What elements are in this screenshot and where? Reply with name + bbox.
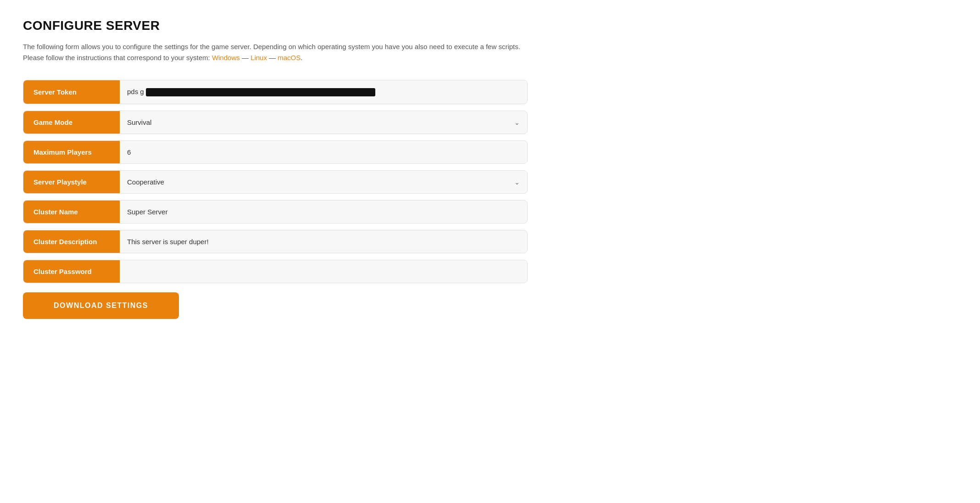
cluster-name-label: Cluster Name xyxy=(23,201,120,223)
macos-link[interactable]: macOS xyxy=(278,54,301,61)
server-playstyle-wrapper[interactable]: Cooperative Competitive Roleplay ⌄ xyxy=(120,171,527,193)
cluster-description-label: Cluster Description xyxy=(23,230,120,253)
cluster-password-label: Cluster Password xyxy=(23,260,120,283)
game-mode-select[interactable]: Survival Creative Hardcore xyxy=(127,111,520,134)
windows-link[interactable]: Windows xyxy=(212,54,240,61)
cluster-name-row: Cluster Name xyxy=(23,200,528,224)
redacted-token xyxy=(146,88,375,96)
server-token-row: Server Token pds g xyxy=(23,80,528,104)
cluster-name-wrapper[interactable] xyxy=(120,201,527,223)
page-title: CONFIGURE SERVER xyxy=(23,18,528,33)
game-mode-wrapper[interactable]: Survival Creative Hardcore ⌄ xyxy=(120,111,527,134)
server-token-value: pds g xyxy=(127,80,520,104)
server-playstyle-select[interactable]: Cooperative Competitive Roleplay xyxy=(127,171,520,193)
linux-link[interactable]: Linux xyxy=(251,54,267,61)
cluster-description-input[interactable] xyxy=(127,230,520,253)
server-playstyle-row: Server Playstyle Cooperative Competitive… xyxy=(23,170,528,194)
description-text: The following form allows you to configu… xyxy=(23,43,520,61)
cluster-name-input[interactable] xyxy=(127,201,520,223)
server-playstyle-label: Server Playstyle xyxy=(23,171,120,193)
maximum-players-wrapper[interactable] xyxy=(120,141,527,163)
maximum-players-row: Maximum Players xyxy=(23,140,528,164)
cluster-password-row: Cluster Password xyxy=(23,260,528,283)
cluster-password-wrapper[interactable] xyxy=(120,260,527,283)
maximum-players-label: Maximum Players xyxy=(23,141,120,163)
maximum-players-input[interactable] xyxy=(127,141,520,163)
page-description: The following form allows you to configu… xyxy=(23,41,528,63)
game-mode-label: Game Mode xyxy=(23,111,120,134)
cluster-password-input[interactable] xyxy=(127,260,520,283)
description-end: . xyxy=(301,54,302,61)
game-mode-row: Game Mode Survival Creative Hardcore ⌄ xyxy=(23,111,528,134)
cluster-description-row: Cluster Description xyxy=(23,230,528,253)
download-settings-button[interactable]: DOWNLOAD SETTINGS xyxy=(23,292,179,319)
server-token-label: Server Token xyxy=(23,80,120,104)
server-token-wrapper: pds g xyxy=(120,80,527,104)
cluster-description-wrapper[interactable] xyxy=(120,230,527,253)
